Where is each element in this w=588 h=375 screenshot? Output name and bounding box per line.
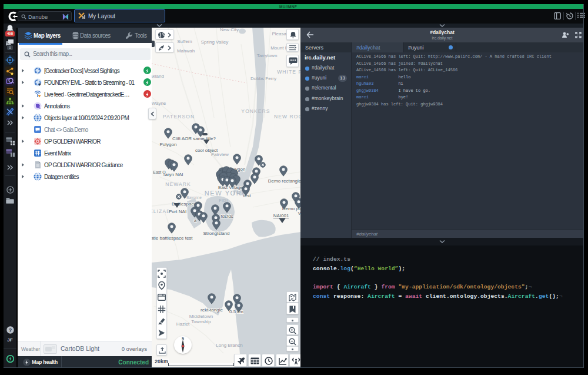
svg-text:Mahwah: Mahwah <box>177 48 195 54</box>
svg-text:Long Branch: Long Branch <box>216 343 242 348</box>
svg-text:Oakland: Oakland <box>152 74 164 79</box>
svg-text:Township: Township <box>191 319 211 324</box>
svg-text:WHITE PLA: WHITE PLA <box>277 69 300 75</box>
svg-text:Port NAI: Port NAI <box>169 209 186 214</box>
svg-text:FIDI: FIDI <box>219 198 228 203</box>
svg-text:Spring Valley: Spring Valley <box>201 39 229 45</box>
svg-text:Demo rectangle: Demo rectangle <box>268 178 300 184</box>
svg-text:East O: East O <box>153 170 166 174</box>
svg-text:NEW YORK: NEW YORK <box>205 190 248 197</box>
svg-text:Taryn NAI: Taryn NAI <box>162 172 183 177</box>
svg-text:cool object: cool object <box>195 148 218 153</box>
svg-text:NAI001: NAI001 <box>273 213 289 218</box>
svg-text:Bayonne: Bayonne <box>186 195 202 200</box>
svg-text:Dobbs Ferry: Dobbs Ferry <box>250 76 276 81</box>
svg-text:a: a <box>194 218 197 223</box>
svg-text:fdsfds: fdsfds <box>220 214 233 219</box>
svg-text:Hazlet: Hazlet <box>176 321 190 327</box>
svg-text:PATERSON: PATERSON <box>163 114 195 120</box>
svg-text:?: ? <box>9 327 12 333</box>
svg-text:Wayne: Wayne <box>152 101 166 106</box>
svg-text:0.5 km: 0.5 km <box>229 309 243 314</box>
svg-text:NEW ROCH: NEW ROCH <box>274 114 300 120</box>
svg-text:Clift AOR same title?: Clift AOR same title? <box>172 136 216 141</box>
svg-text:Tarrytown: Tarrytown <box>257 53 278 58</box>
svg-text:ELIZAB: ELIZAB <box>152 208 171 214</box>
svg-text:katie battlespace test: katie battlespace test <box>152 235 193 241</box>
svg-text:YONKERS: YONKERS <box>241 108 270 114</box>
svg-text:East Village: East Village <box>218 185 243 190</box>
svg-text:Polygon: Polygon <box>160 142 177 147</box>
svg-text:New City: New City <box>220 28 239 32</box>
svg-text:Middletown: Middletown <box>189 314 213 319</box>
svg-text:NEWARK: NEWARK <box>165 181 191 187</box>
svg-text:rekt-tangle: rekt-tangle <box>201 307 223 313</box>
svg-text:Suffern: Suffern <box>177 39 192 44</box>
svg-text:StrongIsland: StrongIsland <box>203 231 230 236</box>
